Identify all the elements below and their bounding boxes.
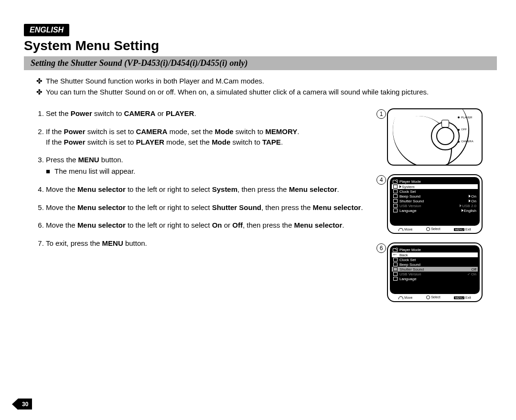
page-number: 30 <box>18 399 32 410</box>
menu-row: Shutter SoundOff <box>392 267 478 272</box>
diagram-power-switch: 1 PLAYEROFFCAMERA <box>387 108 497 166</box>
menu-row: Clock Set <box>392 257 478 262</box>
diagram-badge: 4 <box>376 175 386 185</box>
step-item: Set the Power switch to CAMERA or PLAYER… <box>46 108 387 119</box>
menu-row: Clock Set <box>392 189 478 194</box>
switch-labels: PLAYEROFFCAMERA <box>458 116 477 152</box>
hint-select: Select <box>426 227 440 231</box>
hint-move: Move <box>398 228 412 231</box>
page-title: System Menu Setting <box>24 38 497 53</box>
step-item: Press the MENU button.■The menu list wil… <box>46 155 387 177</box>
diagram-screen-a: 4 Player ModeSystemClock SetBeep SoundOn… <box>387 174 497 234</box>
intro-bullets: ✤The Shutter Sound function works in bot… <box>24 76 497 97</box>
menu-row: LanguageEnglish <box>392 208 478 213</box>
step-item: Move the Menu selector to the left or ri… <box>46 202 387 213</box>
power-dial-icon <box>431 122 460 150</box>
step-item: Move the Menu selector to the left or ri… <box>46 184 387 195</box>
menu-row: System <box>392 184 478 189</box>
menu-row: ⭠Back <box>392 252 478 257</box>
diagram-badge: 1 <box>376 109 386 119</box>
hint-select: Select <box>426 295 440 299</box>
hint-exit: MENUExit <box>454 296 471 299</box>
menu-row: Shutter SoundOn <box>392 199 478 203</box>
camera-mode-icon <box>393 180 398 184</box>
camera-mode-icon <box>393 248 398 252</box>
step-item: If the Power switch is set to CAMERA mod… <box>46 126 387 147</box>
language-label: ENGLISH <box>24 24 69 36</box>
menu-row: USB Version✓On <box>392 272 478 276</box>
section-subtitle: Setting the Shutter Sound (VP-D453(i)/D4… <box>24 56 497 70</box>
menu-row: Beep SoundOn <box>392 194 478 199</box>
menu-row: USB VersionUSB 2.0 <box>392 203 478 208</box>
step-list: Set the Power switch to CAMERA or PLAYER… <box>46 108 387 249</box>
menu-row: Language <box>392 276 478 281</box>
step-item: Move the Menu selector to the left or ri… <box>46 220 387 231</box>
intro-bullet: ✤The Shutter Sound function works in bot… <box>36 76 497 86</box>
step-item: To exit, press the MENU button. <box>46 238 387 249</box>
intro-bullet: ✤You can turn the Shutter Sound on or of… <box>36 87 497 97</box>
menu-row: Beep Sound <box>392 262 478 267</box>
diagram-screen-b: 6 Player Mode⭠BackClock SetBeep SoundShu… <box>387 242 497 302</box>
hint-move: Move <box>398 296 412 299</box>
hint-exit: MENUExit <box>454 228 471 231</box>
